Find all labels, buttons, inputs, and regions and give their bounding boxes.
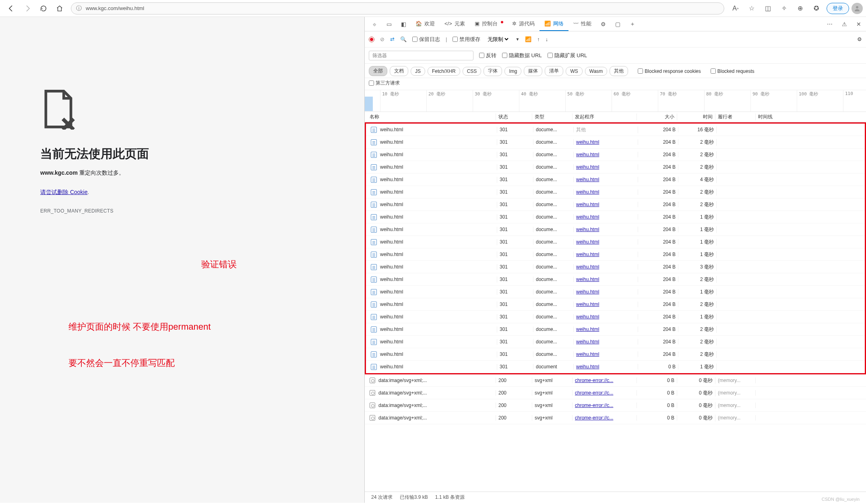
network-settings-icon[interactable]: ⚙ <box>857 36 862 42</box>
table-row[interactable]: data:image/svg+xml;...200svg+xmlchrome-e… <box>365 387 866 399</box>
tab-network[interactable]: 📶 网络 <box>539 17 568 31</box>
extensions-icon[interactable]: ✪ <box>808 2 824 15</box>
tab-elements[interactable]: </> 元素 <box>440 17 470 31</box>
filter-input[interactable] <box>369 51 473 60</box>
home-button[interactable] <box>52 2 68 15</box>
chip-文档[interactable]: 文档 <box>390 66 408 76</box>
back-button[interactable] <box>3 2 19 15</box>
search-icon[interactable]: 🔍 <box>400 36 407 42</box>
issues-icon[interactable]: ⚠ <box>837 17 852 31</box>
table-row[interactable]: weihu.html301docume...weihu.html204 B4 毫… <box>366 174 865 186</box>
login-button[interactable]: 登录 <box>827 3 849 14</box>
table-row[interactable]: weihu.html301docume...weihu.html204 B2 毫… <box>366 186 865 198</box>
read-aloud-icon[interactable]: A» <box>728 2 744 15</box>
tab-console[interactable]: ▣ 控制台 <box>470 17 507 31</box>
table-row[interactable]: weihu.html301docume...weihu.html204 B1 毫… <box>366 236 865 248</box>
table-row[interactable]: weihu.html301docume...weihu.html204 B1 毫… <box>366 311 865 323</box>
table-row[interactable]: weihu.html301docume...weihu.html204 B2 毫… <box>366 161 865 174</box>
favorite-icon[interactable]: ☆ <box>744 2 760 15</box>
chip-JS[interactable]: JS <box>411 67 425 76</box>
preserve-log-checkbox[interactable]: 保留日志 <box>412 36 440 43</box>
more-icon[interactable]: ⋯ <box>823 17 837 31</box>
status-requests: 24 次请求 <box>371 494 393 501</box>
close-devtools-icon[interactable]: ✕ <box>852 17 866 31</box>
devtools-panel: ⟐ ▭ ◧ 🏠 欢迎 </> 元素 ▣ 控制台 ✲ 源代码 📶 网络 〰 性能 … <box>364 17 866 503</box>
avatar-icon[interactable] <box>852 3 863 14</box>
network-table-header[interactable]: 名称 状态 类型 发起程序 大小 时间 履行者 时间线 <box>365 112 866 122</box>
chip-媒体[interactable]: 媒体 <box>524 66 542 76</box>
filter-toggle-icon[interactable]: ⇄ <box>390 36 395 42</box>
ruler-tick: 60 毫秒 <box>612 90 630 112</box>
tab-sources[interactable]: ✲ 源代码 <box>507 17 539 31</box>
upload-icon[interactable]: ↑ <box>537 36 540 42</box>
favorites-bar-icon[interactable]: ✧ <box>776 2 792 15</box>
address-bar[interactable]: ⓘ www.kgc.com/weihu.html <box>71 2 724 14</box>
ruler-tick: 10 毫秒 <box>380 90 399 112</box>
cb-blocked_cookies[interactable]: Blocked response cookies <box>638 68 701 74</box>
col-type[interactable]: 类型 <box>532 114 573 120</box>
settings-icon[interactable]: ⚙ <box>596 17 611 31</box>
cb-blocked_requests[interactable]: Blocked requests <box>711 68 754 74</box>
hide-data-url-checkbox[interactable]: 隐藏数据 URL <box>502 52 542 59</box>
add-tab-icon[interactable]: ＋ <box>625 17 640 31</box>
chip-Fetch/XHR[interactable]: Fetch/XHR <box>428 67 460 76</box>
dock-panel-icon[interactable]: ▢ <box>611 17 625 31</box>
table-row[interactable]: weihu.html301docume...weihu.html204 B2 毫… <box>366 136 865 149</box>
table-row[interactable]: weihu.html301docume...weihu.html204 B2 毫… <box>366 348 865 361</box>
col-name[interactable]: 名称 <box>367 114 496 120</box>
chip-全部[interactable]: 全部 <box>369 66 387 76</box>
col-size[interactable]: 大小 <box>637 114 677 120</box>
table-row[interactable]: weihu.html301docume...weihu.html204 B2 毫… <box>366 198 865 211</box>
throttle-select[interactable]: 无限制 <box>486 36 510 43</box>
tab-performance[interactable]: 〰 性能 <box>568 17 596 31</box>
col-time[interactable]: 时间 <box>677 114 715 120</box>
tab-welcome[interactable]: 🏠 欢迎 <box>411 17 440 31</box>
table-row[interactable]: data:image/svg+xml;...200svg+xmlchrome-e… <box>365 412 866 424</box>
table-row[interactable]: weihu.html301docume...weihu.html204 B3 毫… <box>366 261 865 273</box>
table-row[interactable]: weihu.html301docume...weihu.html204 B1 毫… <box>366 223 865 236</box>
chip-Img[interactable]: Img <box>504 67 521 76</box>
chip-清单[interactable]: 清单 <box>545 66 563 76</box>
dock-icon[interactable]: ◧ <box>396 17 411 31</box>
invert-checkbox[interactable]: 反转 <box>479 52 496 59</box>
table-row[interactable]: weihu.html301docume...weihu.html204 B2 毫… <box>366 336 865 348</box>
col-waterfall[interactable]: 时间线 <box>756 114 866 120</box>
table-row[interactable]: weihu.html301documentweihu.html0 B1 毫秒 <box>366 361 865 373</box>
record-button[interactable] <box>369 37 374 42</box>
download-icon[interactable]: ↓ <box>546 36 548 42</box>
table-row[interactable]: weihu.html301docume...其他204 B16 毫秒 <box>366 124 865 136</box>
forward-button[interactable] <box>19 2 35 15</box>
chip-CSS[interactable]: CSS <box>463 67 482 76</box>
table-row[interactable]: weihu.html301docume...weihu.html204 B1 毫… <box>366 286 865 298</box>
refresh-button[interactable] <box>35 2 52 15</box>
table-row[interactable]: weihu.html301docume...weihu.html204 B2 毫… <box>366 298 865 311</box>
hide-ext-url-checkbox[interactable]: 隐藏扩展 URL <box>548 52 587 59</box>
status-resources: 1.1 kB 条资源 <box>435 494 465 501</box>
chip-WS[interactable]: WS <box>566 67 582 76</box>
table-row[interactable]: weihu.html301docume...weihu.html204 B2 毫… <box>366 323 865 336</box>
wifi-icon[interactable]: 📶 <box>525 36 531 42</box>
table-row[interactable]: weihu.html301docume...weihu.html204 B2 毫… <box>366 273 865 286</box>
third-party-checkbox[interactable]: 第三方请求 <box>369 80 862 87</box>
col-fulfilled[interactable]: 履行者 <box>715 114 756 120</box>
split-screen-icon[interactable]: ◫ <box>760 2 776 15</box>
chip-其他[interactable]: 其他 <box>610 66 628 76</box>
table-row[interactable]: data:image/svg+xml;...200svg+xmlchrome-e… <box>365 399 866 412</box>
col-initiator[interactable]: 发起程序 <box>573 114 637 120</box>
table-row[interactable]: weihu.html301docume...weihu.html204 B2 毫… <box>366 149 865 161</box>
device-mode-icon[interactable]: ▭ <box>382 17 396 31</box>
table-row[interactable]: weihu.html301docume...weihu.html204 B1 毫… <box>366 248 865 261</box>
col-status[interactable]: 状态 <box>496 114 532 120</box>
delete-cookies-link[interactable]: 请尝试删除 Cookie <box>40 189 87 195</box>
chip-Wasm[interactable]: Wasm <box>585 67 608 76</box>
table-row[interactable]: weihu.html301docume...weihu.html204 B1 毫… <box>366 211 865 223</box>
chip-字体[interactable]: 字体 <box>484 66 502 76</box>
disable-cache-checkbox[interactable]: 禁用缓存 <box>453 36 480 43</box>
info-icon[interactable]: ⓘ <box>76 5 82 12</box>
collections-icon[interactable]: ⊕ <box>792 2 808 15</box>
inspect-icon[interactable]: ⟐ <box>367 17 382 31</box>
clear-icon[interactable]: ⊘ <box>380 36 384 42</box>
timeline-overview[interactable]: 10 毫秒20 毫秒30 毫秒40 毫秒50 毫秒60 毫秒70 毫秒80 毫秒… <box>365 90 866 112</box>
table-row[interactable]: data:image/svg+xml;...200svg+xmlchrome-e… <box>365 374 866 387</box>
network-rows-highlighted: weihu.html301docume...其他204 B16 毫秒weihu.… <box>365 122 866 374</box>
